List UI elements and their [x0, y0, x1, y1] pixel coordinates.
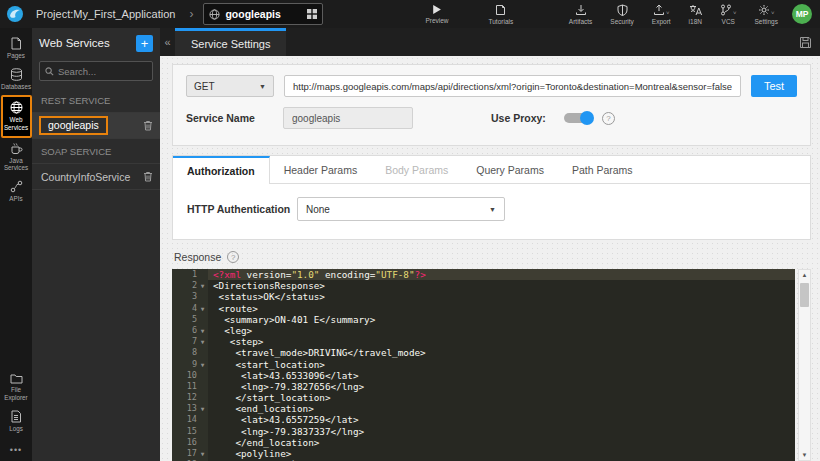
sidebar-item-web-services[interactable]: Web Services	[1, 95, 32, 137]
service-name: CountryInfoService	[39, 171, 143, 183]
section-title-rest: REST SERVICE	[32, 88, 160, 112]
line-number-gutter[interactable]: 17▼	[172, 448, 208, 459]
globe-icon	[209, 9, 220, 20]
line-number-gutter[interactable]: 13▼	[172, 403, 208, 414]
download-icon	[575, 4, 587, 16]
line-number-gutter[interactable]: 7▼	[172, 336, 208, 347]
export-button[interactable]: ˅ Export	[646, 4, 677, 25]
artifacts-button[interactable]: Artifacts	[563, 4, 598, 25]
scrollbar-thumb[interactable]	[800, 283, 809, 307]
line-number-gutter: 1	[172, 269, 208, 280]
security-button[interactable]: Security	[604, 4, 639, 25]
request-form-card: GET ▼ Test Service Name Use Proxy: ?	[172, 64, 811, 146]
tab-path-params[interactable]: Path Params	[558, 156, 647, 183]
coffee-cup-icon	[10, 142, 23, 155]
http-authentication-select[interactable]: None ▼	[297, 197, 505, 221]
code-line: 9▼ <start_location>	[172, 359, 795, 370]
code-line: 14 <lat>43.6557259</lat>	[172, 414, 795, 425]
param-tab-bar: Authorization Header Params Body Params …	[173, 156, 810, 184]
service-name: googleapis	[39, 116, 108, 135]
sidebar-item-logs[interactable]: Logs	[0, 406, 32, 437]
line-number-gutter[interactable]: 6▼	[172, 325, 208, 336]
sidebar-item-apis[interactable]: APIs	[0, 176, 32, 207]
service-item-googleapis[interactable]: googleapis	[32, 112, 160, 139]
code-line: 7▼ <step>	[172, 336, 795, 347]
http-authentication-label: HTTP Authentication	[187, 203, 297, 215]
sidebar-item-java-services[interactable]: Java Services	[0, 138, 32, 176]
editor-scrollbar[interactable]: ▲ ▼	[798, 269, 811, 461]
service-selector-dropdown[interactable]: googleapis	[203, 3, 323, 25]
tab-query-params[interactable]: Query Params	[462, 156, 558, 183]
translate-icon	[689, 4, 702, 16]
trash-icon[interactable]	[143, 120, 153, 131]
grid-icon[interactable]	[307, 9, 317, 19]
line-number-gutter[interactable]: 2▼	[172, 280, 208, 291]
tutorials-label: Tutorials	[489, 18, 514, 25]
page-icon	[10, 37, 22, 50]
chevron-down-icon: ˅	[666, 10, 670, 16]
more-menu-icon[interactable]: •••	[10, 437, 22, 461]
vcs-button[interactable]: ˅ VCS	[714, 4, 743, 25]
scroll-up-icon[interactable]: ▲	[802, 270, 808, 280]
help-icon[interactable]: ?	[227, 251, 239, 263]
code-line: 1<?xml version="1.0" encoding="UTF-8"?>	[172, 269, 795, 280]
sidebar-item-file-explorer[interactable]: File Explorer	[0, 369, 32, 405]
book-icon	[495, 4, 506, 16]
code-line: 5 <summary>ON-401 E</summary>	[172, 314, 795, 325]
collapse-panel-button[interactable]: «	[160, 28, 175, 56]
help-icon[interactable]: ?	[602, 112, 615, 125]
http-method-select[interactable]: GET ▼	[186, 75, 274, 97]
service-name-input[interactable]	[283, 107, 413, 129]
tab-authorization[interactable]: Authorization	[173, 156, 270, 184]
tab-body-params[interactable]: Body Params	[371, 156, 462, 183]
save-icon[interactable]	[790, 28, 820, 56]
line-number-gutter[interactable]: 9▼	[172, 359, 208, 370]
artifacts-label: Artifacts	[569, 18, 592, 25]
scroll-down-icon[interactable]: ▼	[802, 450, 808, 460]
line-number-gutter: 8	[172, 347, 208, 358]
document-tab-bar: « Service Settings	[160, 28, 820, 56]
preview-button[interactable]: Preview	[419, 4, 454, 25]
wavemaker-logo-icon[interactable]	[0, 0, 30, 28]
trash-icon[interactable]	[143, 171, 153, 182]
preview-label: Preview	[425, 17, 448, 24]
code-line: 13▼ <end_location>	[172, 403, 795, 414]
code-line: 16 </end_location>	[172, 437, 795, 448]
tutorials-button[interactable]: Tutorials	[483, 4, 520, 25]
use-proxy-toggle[interactable]	[564, 112, 592, 124]
add-service-button[interactable]: +	[136, 35, 153, 52]
line-number-gutter[interactable]: 4▼	[172, 303, 208, 314]
test-button[interactable]: Test	[751, 75, 797, 97]
code-line: 12 </start_location>	[172, 392, 795, 403]
sidebar-item-databases[interactable]: Databases	[0, 64, 32, 95]
code-line: 2▼<DirectionsResponse>	[172, 280, 795, 291]
play-icon	[431, 4, 442, 15]
settings-label: Settings	[755, 18, 779, 25]
fold-toggle-icon: ▼	[197, 336, 208, 347]
service-item-countryinfoservice[interactable]: CountryInfoService	[32, 163, 160, 190]
selected-service-name: googleapis	[225, 8, 302, 20]
section-title-soap: SOAP SERVICE	[32, 139, 160, 163]
user-avatar[interactable]: MP	[792, 4, 812, 24]
web-services-panel: Web Services + REST SERVICE googleapis S…	[32, 28, 160, 461]
i18n-button[interactable]: i18N	[683, 4, 708, 25]
shield-icon	[617, 4, 628, 16]
folder-icon	[10, 373, 23, 384]
tab-service-settings[interactable]: Service Settings	[175, 28, 286, 56]
breadcrumb-chevron-icon: ›	[189, 7, 193, 21]
panel-title: Web Services	[39, 37, 136, 49]
tab-header-params[interactable]: Header Params	[270, 156, 372, 183]
service-search-box[interactable]	[39, 61, 153, 81]
fold-toggle-icon: ▼	[197, 448, 208, 459]
sidebar-item-pages[interactable]: Pages	[0, 33, 32, 64]
code-line: 8 <travel_mode>DRIVING</travel_mode>	[172, 347, 795, 358]
settings-button[interactable]: ˅ Settings	[749, 4, 785, 25]
auth-value: None	[306, 204, 330, 215]
database-icon	[10, 68, 23, 81]
line-number-gutter: 14	[172, 414, 208, 425]
request-url-input[interactable]	[284, 75, 741, 97]
xml-response-editor[interactable]: 1<?xml version="1.0" encoding="UTF-8"?>2…	[172, 269, 795, 461]
code-line: 6▼ <leg>	[172, 325, 795, 336]
search-icon	[45, 67, 54, 76]
search-input[interactable]	[58, 66, 138, 77]
